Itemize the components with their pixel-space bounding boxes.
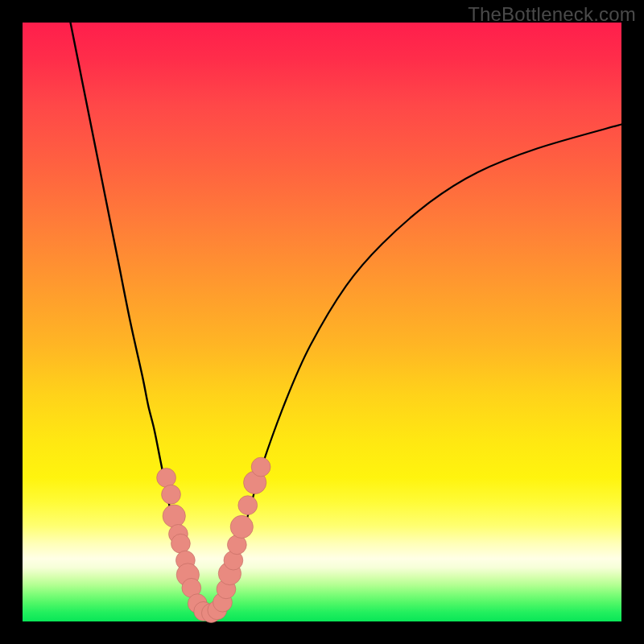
chart-frame: TheBottleneck.com [0, 0, 644, 644]
watermark-label: TheBottleneck.com [468, 3, 636, 26]
data-marker [163, 505, 185, 527]
data-marker [171, 534, 191, 553]
data-markers [157, 457, 270, 622]
right-curve [214, 124, 621, 612]
data-marker [251, 457, 270, 477]
curve-layer [23, 23, 621, 621]
data-marker [238, 496, 258, 515]
plot-area [23, 23, 621, 621]
data-marker [157, 469, 176, 488]
data-marker [230, 515, 253, 538]
data-marker [162, 485, 181, 504]
